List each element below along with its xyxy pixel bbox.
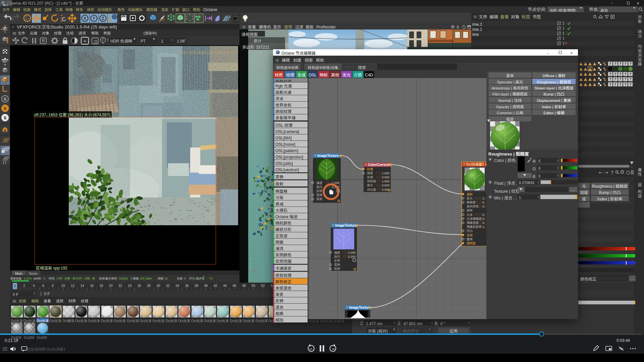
svg-text:伽马: 伽马 [334,254,340,259]
svg-text:10: 10 [309,347,312,351]
svg-text:ImageTexture: ImageTexture [335,223,357,228]
svg-text:0.: 0. [482,217,485,221]
svg-text:置换: 置换 [467,237,473,241]
svg-text:?: ? [629,82,631,87]
svg-text:纹理: 纹理 [367,167,373,171]
svg-text:0.: 0. [482,221,485,225]
svg-text:反转: 反转 [334,258,340,263]
svg-text:0.: 0. [482,204,485,208]
svg-text:?: ? [629,71,631,76]
svg-text:0.: 0. [482,200,485,204]
svg-text:1.000: 1.000 [348,250,356,255]
svg-text:?: ? [614,61,616,66]
svg-text:光泽: 光泽 [467,213,473,217]
svg-text:强度: 强度 [316,181,322,185]
svg-text:?: ? [624,76,626,81]
svg-text:饱和度: 饱和度 [367,179,376,183]
svg-text:色相: 色相 [367,175,373,179]
svg-text:1.000: 1.000 [382,171,389,175]
svg-text:?: ? [619,82,621,87]
svg-text:?: ? [609,76,611,81]
svg-text:0.000: 0.000 [382,175,389,179]
svg-text:?: ? [629,76,631,81]
svg-text:?: ? [619,76,621,81]
svg-text:Y: Y [250,256,252,261]
svg-text:薄膜宽度: 薄膜宽度 [467,221,479,225]
svg-text:0.600: 0.600 [382,183,389,187]
svg-text:?: ? [619,71,621,76]
svg-text:1.: 1. [482,225,485,229]
svg-text:?: ? [619,61,621,66]
svg-text:投射: 投射 [316,197,322,201]
svg-text:?: ? [629,61,631,66]
svg-text:ColorCorrecti: ColorCorrecti [368,162,390,167]
svg-text:漫射: 漫射 [467,192,473,196]
svg-text:?: ? [609,61,611,66]
svg-text:0.: 0. [482,213,485,217]
svg-text:?: ? [624,82,626,87]
svg-text:薄膜折射率: 薄膜折射率 [467,225,482,229]
svg-text:30: 30 [332,347,335,351]
svg-text:透明度: 透明度 [467,241,476,245]
svg-text:粗糙度: 粗糙度 [467,200,476,204]
svg-text:变换: 变换 [316,193,322,197]
svg-text:光泽粗糙度: 光泽粗糙度 [467,217,482,221]
svg-text:凹凸: 凹凸 [467,229,473,233]
svg-text:?: ? [614,76,616,81]
svg-text:1.: 1. [482,196,485,200]
svg-text:投射: 投射 [334,266,340,271]
svg-text:高光: 高光 [467,196,473,200]
svg-text:Oct光泽度3: Oct光泽度3 [466,162,484,167]
svg-text:伽马: 伽马 [367,183,373,187]
svg-text:亮度: 亮度 [367,171,373,175]
svg-text:x: x [257,270,258,274]
svg-text:旋转: 旋转 [467,208,473,213]
svg-text:1.500: 1.500 [382,179,389,183]
svg-text:?: ? [614,71,616,76]
svg-text:变换: 变换 [334,262,340,267]
svg-text:2.200: 2.200 [348,254,356,259]
svg-text:?: ? [609,82,611,87]
svg-text:?: ? [624,71,626,76]
svg-text:法线: 法线 [467,233,473,237]
svg-text:强度: 强度 [334,250,340,255]
svg-text:反转: 反转 [316,189,322,193]
svg-text:?: ? [614,82,616,87]
svg-text:伽马: 伽马 [316,185,322,189]
svg-text:ImageTexture: ImageTexture [317,153,339,158]
svg-text:ImageTexture: ImageTexture [349,305,371,310]
svg-text:各向异性: 各向异性 [467,204,479,208]
svg-text:?: ? [609,71,611,76]
svg-text:?: ? [624,61,626,66]
svg-text:对比度: 对比度 [367,187,376,192]
